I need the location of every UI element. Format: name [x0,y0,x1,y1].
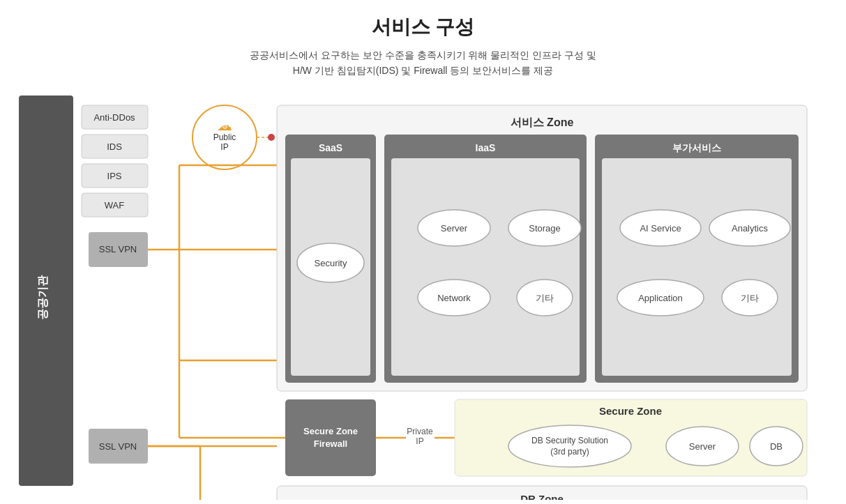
security-label: Security [314,258,347,268]
secure-zone-firewall [285,399,376,476]
saas-header: SaaS [318,142,342,153]
iaas-header: IaaS [475,142,495,153]
db-label: DB [769,441,782,452]
ids-label: IDS [107,142,122,152]
storage-label-iaas: Storage [529,223,561,234]
page-title: 서비스 구성 [250,14,596,40]
extra-header: 부가서비스 [672,142,721,153]
server-label-secure: Server [688,441,716,452]
connection-dot [268,134,275,141]
db-security-oval [508,425,631,467]
db-security-label2: (3rd party) [550,447,589,457]
anti-ddos-label: Anti-DDos [93,112,135,123]
private-ip-label1: Private [407,427,433,436]
diagram: 공공기관 Anti-DDos IDS IPS WAF SSL VPN SSL V… [19,96,828,503]
extra-content-bg [602,158,792,376]
server-label-iaas: Server [440,223,467,234]
secure-zone-title: Secure Zone [598,405,661,417]
gear-on-cloud: ⚙ [221,123,227,130]
analytics-label: Analytics [731,223,768,234]
dr-zone-title: DR Zone [520,493,564,500]
ssl-vpn-bottom-label: SSL VPN [98,441,136,452]
page-subtitle: 공공서비스에서 요구하는 보안 수준을 충족시키기 위해 물리적인 인프라 구성… [250,47,596,79]
db-security-label1: DB Security Solution [531,436,607,445]
secure-zone-firewall-label1: Secure Zone [303,426,357,436]
secure-zone-firewall-label2: Firewall [313,438,347,449]
waf-label: WAF [104,200,123,211]
public-ip-label: Public [213,132,236,142]
private-ip-label2: IP [416,436,423,446]
network-label-iaas: Network [437,293,471,303]
etc-label-extra: 기타 [741,293,759,303]
etc-label-iaas: 기타 [536,293,554,303]
page-title-section: 서비스 구성 공공서비스에서 요구하는 보안 수준을 충족시키기 위해 물리적인… [250,14,596,96]
public-ip-label2: IP [220,142,228,152]
service-zone-title: 서비스 Zone [510,116,573,128]
sidebar-label: 공공기관 [36,275,48,320]
application-label: Application [638,293,683,303]
ips-label: IPS [107,171,121,181]
diagram-svg: 공공기관 Anti-DDos IDS IPS WAF SSL VPN SSL V… [19,96,828,500]
ai-service-label: AI Service [640,223,681,234]
ssl-vpn-top-label: SSL VPN [98,244,136,254]
iaas-content-bg [391,158,580,376]
